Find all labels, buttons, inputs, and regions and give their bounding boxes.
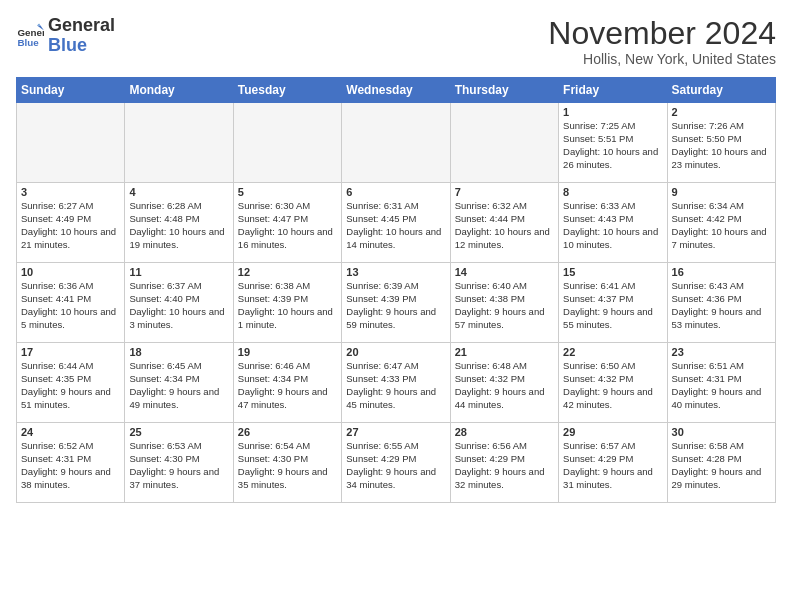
calendar-cell: 24Sunrise: 6:52 AM Sunset: 4:31 PM Dayli…: [17, 423, 125, 503]
header: General Blue General Blue November 2024 …: [16, 16, 776, 67]
day-info: Sunrise: 7:26 AM Sunset: 5:50 PM Dayligh…: [672, 120, 771, 171]
day-info: Sunrise: 6:37 AM Sunset: 4:40 PM Dayligh…: [129, 280, 228, 331]
day-info: Sunrise: 6:53 AM Sunset: 4:30 PM Dayligh…: [129, 440, 228, 491]
header-row: Sunday Monday Tuesday Wednesday Thursday…: [17, 78, 776, 103]
calendar-week-1: 3Sunrise: 6:27 AM Sunset: 4:49 PM Daylig…: [17, 183, 776, 263]
calendar-cell: 3Sunrise: 6:27 AM Sunset: 4:49 PM Daylig…: [17, 183, 125, 263]
calendar-week-2: 10Sunrise: 6:36 AM Sunset: 4:41 PM Dayli…: [17, 263, 776, 343]
day-info: Sunrise: 6:48 AM Sunset: 4:32 PM Dayligh…: [455, 360, 554, 411]
col-monday: Monday: [125, 78, 233, 103]
day-info: Sunrise: 6:39 AM Sunset: 4:39 PM Dayligh…: [346, 280, 445, 331]
calendar-cell: 10Sunrise: 6:36 AM Sunset: 4:41 PM Dayli…: [17, 263, 125, 343]
day-number: 21: [455, 346, 554, 358]
calendar-cell: 17Sunrise: 6:44 AM Sunset: 4:35 PM Dayli…: [17, 343, 125, 423]
day-info: Sunrise: 6:43 AM Sunset: 4:36 PM Dayligh…: [672, 280, 771, 331]
calendar-cell: 9Sunrise: 6:34 AM Sunset: 4:42 PM Daylig…: [667, 183, 775, 263]
day-info: Sunrise: 6:28 AM Sunset: 4:48 PM Dayligh…: [129, 200, 228, 251]
day-info: Sunrise: 6:50 AM Sunset: 4:32 PM Dayligh…: [563, 360, 662, 411]
calendar-cell: 22Sunrise: 6:50 AM Sunset: 4:32 PM Dayli…: [559, 343, 667, 423]
calendar-cell: [450, 103, 558, 183]
location: Hollis, New York, United States: [548, 51, 776, 67]
calendar-cell: [125, 103, 233, 183]
calendar-cell: 8Sunrise: 6:33 AM Sunset: 4:43 PM Daylig…: [559, 183, 667, 263]
day-info: Sunrise: 6:56 AM Sunset: 4:29 PM Dayligh…: [455, 440, 554, 491]
calendar-week-3: 17Sunrise: 6:44 AM Sunset: 4:35 PM Dayli…: [17, 343, 776, 423]
day-number: 22: [563, 346, 662, 358]
calendar-cell: 30Sunrise: 6:58 AM Sunset: 4:28 PM Dayli…: [667, 423, 775, 503]
day-info: Sunrise: 6:33 AM Sunset: 4:43 PM Dayligh…: [563, 200, 662, 251]
calendar-cell: 2Sunrise: 7:26 AM Sunset: 5:50 PM Daylig…: [667, 103, 775, 183]
day-number: 18: [129, 346, 228, 358]
calendar-cell: 19Sunrise: 6:46 AM Sunset: 4:34 PM Dayli…: [233, 343, 341, 423]
day-info: Sunrise: 6:54 AM Sunset: 4:30 PM Dayligh…: [238, 440, 337, 491]
calendar-cell: 1Sunrise: 7:25 AM Sunset: 5:51 PM Daylig…: [559, 103, 667, 183]
day-number: 26: [238, 426, 337, 438]
logo-line1: General: [48, 16, 115, 36]
day-info: Sunrise: 6:34 AM Sunset: 4:42 PM Dayligh…: [672, 200, 771, 251]
day-number: 20: [346, 346, 445, 358]
day-info: Sunrise: 6:38 AM Sunset: 4:39 PM Dayligh…: [238, 280, 337, 331]
day-number: 24: [21, 426, 120, 438]
day-info: Sunrise: 6:57 AM Sunset: 4:29 PM Dayligh…: [563, 440, 662, 491]
calendar-cell: 12Sunrise: 6:38 AM Sunset: 4:39 PM Dayli…: [233, 263, 341, 343]
day-info: Sunrise: 6:58 AM Sunset: 4:28 PM Dayligh…: [672, 440, 771, 491]
calendar-cell: 18Sunrise: 6:45 AM Sunset: 4:34 PM Dayli…: [125, 343, 233, 423]
day-number: 3: [21, 186, 120, 198]
calendar-cell: 20Sunrise: 6:47 AM Sunset: 4:33 PM Dayli…: [342, 343, 450, 423]
day-number: 30: [672, 426, 771, 438]
calendar-cell: 26Sunrise: 6:54 AM Sunset: 4:30 PM Dayli…: [233, 423, 341, 503]
day-number: 4: [129, 186, 228, 198]
day-number: 29: [563, 426, 662, 438]
calendar-cell: 13Sunrise: 6:39 AM Sunset: 4:39 PM Dayli…: [342, 263, 450, 343]
title-block: November 2024 Hollis, New York, United S…: [548, 16, 776, 67]
col-wednesday: Wednesday: [342, 78, 450, 103]
col-saturday: Saturday: [667, 78, 775, 103]
calendar-cell: 29Sunrise: 6:57 AM Sunset: 4:29 PM Dayli…: [559, 423, 667, 503]
svg-text:Blue: Blue: [17, 37, 39, 48]
calendar-cell: [342, 103, 450, 183]
calendar-cell: [233, 103, 341, 183]
page: General Blue General Blue November 2024 …: [0, 0, 792, 612]
day-info: Sunrise: 6:55 AM Sunset: 4:29 PM Dayligh…: [346, 440, 445, 491]
day-number: 19: [238, 346, 337, 358]
day-info: Sunrise: 7:25 AM Sunset: 5:51 PM Dayligh…: [563, 120, 662, 171]
day-number: 2: [672, 106, 771, 118]
calendar-cell: 21Sunrise: 6:48 AM Sunset: 4:32 PM Dayli…: [450, 343, 558, 423]
col-sunday: Sunday: [17, 78, 125, 103]
day-number: 7: [455, 186, 554, 198]
calendar-cell: [17, 103, 125, 183]
day-number: 1: [563, 106, 662, 118]
calendar-cell: 5Sunrise: 6:30 AM Sunset: 4:47 PM Daylig…: [233, 183, 341, 263]
calendar-cell: 27Sunrise: 6:55 AM Sunset: 4:29 PM Dayli…: [342, 423, 450, 503]
calendar-cell: 16Sunrise: 6:43 AM Sunset: 4:36 PM Dayli…: [667, 263, 775, 343]
day-info: Sunrise: 6:27 AM Sunset: 4:49 PM Dayligh…: [21, 200, 120, 251]
day-number: 17: [21, 346, 120, 358]
day-info: Sunrise: 6:46 AM Sunset: 4:34 PM Dayligh…: [238, 360, 337, 411]
day-info: Sunrise: 6:51 AM Sunset: 4:31 PM Dayligh…: [672, 360, 771, 411]
day-number: 11: [129, 266, 228, 278]
logo-line2: Blue: [48, 36, 115, 56]
day-info: Sunrise: 6:52 AM Sunset: 4:31 PM Dayligh…: [21, 440, 120, 491]
calendar-cell: 15Sunrise: 6:41 AM Sunset: 4:37 PM Dayli…: [559, 263, 667, 343]
svg-marker-3: [37, 23, 41, 25]
day-info: Sunrise: 6:31 AM Sunset: 4:45 PM Dayligh…: [346, 200, 445, 251]
calendar-cell: 7Sunrise: 6:32 AM Sunset: 4:44 PM Daylig…: [450, 183, 558, 263]
day-number: 6: [346, 186, 445, 198]
day-number: 28: [455, 426, 554, 438]
day-info: Sunrise: 6:30 AM Sunset: 4:47 PM Dayligh…: [238, 200, 337, 251]
calendar-cell: 25Sunrise: 6:53 AM Sunset: 4:30 PM Dayli…: [125, 423, 233, 503]
day-number: 5: [238, 186, 337, 198]
calendar-cell: 23Sunrise: 6:51 AM Sunset: 4:31 PM Dayli…: [667, 343, 775, 423]
day-number: 14: [455, 266, 554, 278]
day-number: 10: [21, 266, 120, 278]
col-tuesday: Tuesday: [233, 78, 341, 103]
day-number: 25: [129, 426, 228, 438]
day-info: Sunrise: 6:44 AM Sunset: 4:35 PM Dayligh…: [21, 360, 120, 411]
day-info: Sunrise: 6:32 AM Sunset: 4:44 PM Dayligh…: [455, 200, 554, 251]
day-number: 9: [672, 186, 771, 198]
day-number: 12: [238, 266, 337, 278]
day-info: Sunrise: 6:45 AM Sunset: 4:34 PM Dayligh…: [129, 360, 228, 411]
day-info: Sunrise: 6:41 AM Sunset: 4:37 PM Dayligh…: [563, 280, 662, 331]
logo-text: General Blue: [48, 16, 115, 56]
col-thursday: Thursday: [450, 78, 558, 103]
